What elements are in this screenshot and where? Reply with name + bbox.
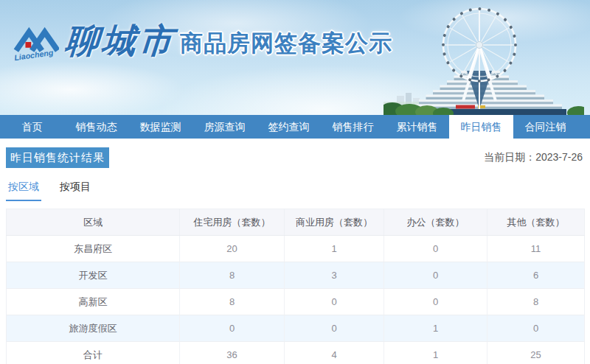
region-cell: 高新区 xyxy=(7,289,180,315)
site-header: Liaocheng 聊城市 商品房网签备案公示 xyxy=(0,0,590,115)
value-cell: 20 xyxy=(180,236,285,262)
value-cell: 1 xyxy=(384,315,487,342)
column-header: 其他（套数） xyxy=(487,209,585,236)
value-cell: 4 xyxy=(285,342,384,364)
value-cell: 8 xyxy=(487,289,585,315)
value-cell: 11 xyxy=(487,236,585,262)
tab-by-project[interactable]: 按项目 xyxy=(58,181,93,201)
page-root: Liaocheng 聊城市 商品房网签备案公示 首页销售动态数据监测房源查询签约… xyxy=(0,0,590,364)
column-header: 办公（套数） xyxy=(384,209,487,236)
current-date-value: 2023-7-26 xyxy=(535,151,583,163)
table-row: 旅游度假区0010 xyxy=(7,315,585,342)
value-cell: 8 xyxy=(180,289,285,315)
value-cell: 0 xyxy=(285,315,384,342)
ferris-wheel-illustration xyxy=(384,0,584,115)
value-cell: 3 xyxy=(285,262,384,289)
value-cell: 36 xyxy=(180,342,285,364)
region-cell: 开发区 xyxy=(7,262,180,289)
value-cell: 0 xyxy=(180,315,285,342)
nav-item-data-monitoring[interactable]: 数据监测 xyxy=(128,115,192,139)
value-cell: 0 xyxy=(384,289,487,315)
stats-table-body: 东昌府区201011开发区8306高新区8008旅游度假区0010合计36412… xyxy=(7,236,585,364)
region-cell: 东昌府区 xyxy=(7,236,180,262)
value-cell: 0 xyxy=(384,262,487,289)
main-nav: 首页销售动态数据监测房源查询签约查询销售排行累计销售昨日销售合同注销 xyxy=(0,115,590,139)
value-cell: 6 xyxy=(487,262,585,289)
table-row: 合计364125 xyxy=(7,342,585,364)
city-logo-icon: Liaocheng xyxy=(13,19,59,65)
nav-item-home[interactable]: 首页 xyxy=(0,115,64,139)
stats-table: 区域住宅用房（套数）商业用房（套数）办公（套数）其他（套数） 东昌府区20101… xyxy=(6,209,585,364)
nav-item-signing-query[interactable]: 签约查询 xyxy=(257,115,321,139)
column-header: 区域 xyxy=(7,209,180,236)
site-title: 商品房网签备案公示 xyxy=(180,19,392,68)
main-content: 昨日销售统计结果 当前日期：2023-7-26 按区域按项目 区域住宅用房（套数… xyxy=(0,147,590,364)
tab-by-region[interactable]: 按区域 xyxy=(6,181,41,201)
table-row: 高新区8008 xyxy=(7,289,585,315)
nav-item-cumulative-sales[interactable]: 累计销售 xyxy=(385,115,449,139)
value-cell: 0 xyxy=(285,289,384,315)
nav-item-sales-dynamics[interactable]: 销售动态 xyxy=(64,115,128,139)
nav-item-contract-cancellation[interactable]: 合同注销 xyxy=(513,115,577,139)
current-date-label: 当前日期： xyxy=(484,151,535,163)
value-cell: 25 xyxy=(487,342,585,364)
current-date: 当前日期：2023-7-26 xyxy=(484,151,584,164)
region-cell: 旅游度假区 xyxy=(7,315,180,342)
title-row: 昨日销售统计结果 当前日期：2023-7-26 xyxy=(6,147,584,168)
nav-item-sales-ranking[interactable]: 销售排行 xyxy=(321,115,385,139)
table-row: 开发区8306 xyxy=(7,262,585,289)
view-tabs: 按区域按项目 xyxy=(6,181,584,201)
value-cell: 8 xyxy=(180,262,285,289)
value-cell: 0 xyxy=(487,315,585,342)
stats-table-header-row: 区域住宅用房（套数）商业用房（套数）办公（套数）其他（套数） xyxy=(7,209,585,236)
table-row: 东昌府区201011 xyxy=(7,236,585,262)
column-header: 商业用房（套数） xyxy=(285,209,384,236)
nav-item-yesterday-sales[interactable]: 昨日销售 xyxy=(449,115,513,139)
nav-item-listing-query[interactable]: 房源查询 xyxy=(192,115,257,139)
brand: Liaocheng 聊城市 商品房网签备案公示 xyxy=(13,19,392,68)
city-name: 聊城市 xyxy=(63,19,177,63)
section-title-badge: 昨日销售统计结果 xyxy=(6,147,109,168)
value-cell: 1 xyxy=(285,236,384,262)
value-cell: 1 xyxy=(384,342,487,364)
value-cell: 0 xyxy=(384,236,487,262)
region-cell: 合计 xyxy=(7,342,180,364)
column-header: 住宅用房（套数） xyxy=(180,209,285,236)
